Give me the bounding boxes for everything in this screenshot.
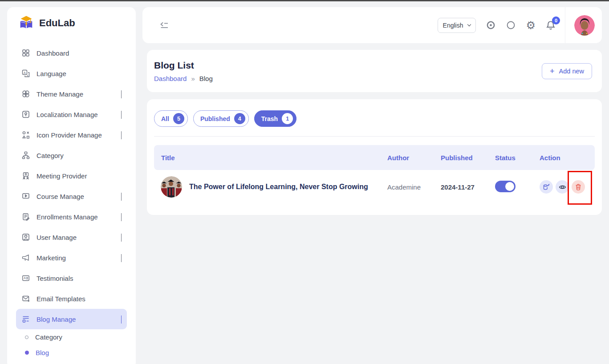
app-logo[interactable]: EduLab bbox=[16, 14, 127, 32]
notifications-bell-icon[interactable]: 0 bbox=[545, 20, 556, 31]
sidebar-item-label: Course Manage bbox=[37, 193, 84, 200]
visibility-icon[interactable] bbox=[486, 20, 496, 30]
row-actions bbox=[537, 180, 595, 194]
topbar-divider bbox=[565, 7, 565, 43]
language-select[interactable]: English bbox=[438, 18, 476, 33]
sidebar-item-enrollments-manage[interactable]: Enrollments Manage bbox=[16, 206, 127, 227]
column-header-action: Action bbox=[537, 154, 595, 162]
sidebar-item-user-manage[interactable]: User Manage bbox=[16, 227, 127, 247]
blog-title: The Power of Lifelong Learning, Never St… bbox=[189, 183, 368, 191]
sidebar-item-label: Category bbox=[37, 152, 64, 159]
sidebar-item-label: Testimonials bbox=[37, 275, 73, 282]
page-header: Blog List Dashboard » Blog + Add new bbox=[147, 50, 602, 92]
sidebar-item-meeting-provider[interactable]: Meeting Provider bbox=[16, 166, 127, 186]
enrollments-icon bbox=[21, 212, 30, 221]
sidebar-item-label: User Manage bbox=[37, 234, 77, 241]
sidebar-item-theme-manage[interactable]: Theme Manage bbox=[16, 84, 127, 104]
user-avatar[interactable] bbox=[574, 15, 595, 36]
window-top-strip bbox=[0, 0, 609, 1]
user-icon bbox=[21, 233, 30, 242]
sidebar: EduLab Dashboard Ax Language Theme Manag… bbox=[7, 7, 136, 364]
sidebar-item-label: Dashboard bbox=[37, 49, 69, 57]
filter-tab-all[interactable]: All 5 bbox=[154, 110, 188, 127]
filter-count-badge: 5 bbox=[173, 113, 184, 124]
sidebar-item-label: Icon Provider Manage bbox=[37, 131, 102, 139]
filter-tab-trash[interactable]: Trash 1 bbox=[254, 110, 296, 127]
marketing-icon bbox=[21, 253, 30, 262]
category-icon bbox=[21, 151, 30, 160]
add-new-button[interactable]: + Add new bbox=[542, 63, 592, 79]
sidebar-subitem-label: Category bbox=[35, 333, 62, 341]
blog-author: Academine bbox=[385, 183, 438, 191]
sidebar-item-localization-manage[interactable]: Localization Manage bbox=[16, 104, 127, 125]
restore-button[interactable] bbox=[540, 180, 553, 194]
sidebar-subitem-blog[interactable]: Blog bbox=[16, 345, 127, 360]
email-templates-icon bbox=[21, 294, 30, 303]
breadcrumb-dashboard-link[interactable]: Dashboard bbox=[154, 75, 187, 82]
sidebar-item-marketing[interactable]: Marketing bbox=[16, 247, 127, 268]
breadcrumb-separator: » bbox=[191, 75, 195, 82]
sidebar-item-icon-provider-manage[interactable]: Icon Provider Manage bbox=[16, 125, 127, 145]
language-icon: Ax bbox=[21, 69, 30, 78]
chevron-right-icon bbox=[121, 111, 122, 118]
chevron-right-icon bbox=[121, 234, 122, 241]
chevron-right-icon bbox=[121, 193, 122, 200]
course-icon bbox=[21, 192, 30, 201]
page-title: Blog List bbox=[154, 60, 213, 71]
testimonials-icon: A bbox=[21, 274, 30, 283]
sidebar-item-label: Marketing bbox=[37, 254, 66, 262]
sidebar-menu: Dashboard Ax Language Theme Manage Local… bbox=[16, 43, 127, 360]
sidebar-subitem-label: Blog bbox=[36, 349, 49, 356]
notification-count-badge: 0 bbox=[552, 16, 560, 24]
add-new-label: Add new bbox=[559, 68, 584, 75]
blog-list-card: All 5 Published 4 Trash 1 Title Author P… bbox=[147, 99, 602, 215]
sidebar-collapse-button[interactable] bbox=[159, 21, 169, 29]
status-toggle[interactable] bbox=[495, 181, 516, 192]
page-header-left: Blog List Dashboard » Blog bbox=[154, 60, 213, 82]
chevron-down-icon bbox=[121, 315, 122, 323]
filter-label: Published bbox=[200, 115, 230, 122]
delete-button-wrapper bbox=[572, 180, 585, 194]
breadcrumb: Dashboard » Blog bbox=[154, 75, 213, 82]
delete-button[interactable] bbox=[572, 180, 585, 194]
sidebar-item-email-templates[interactable]: Email Templates bbox=[16, 288, 127, 309]
view-button[interactable] bbox=[556, 180, 569, 194]
sidebar-item-label: Theme Manage bbox=[37, 90, 83, 98]
dashboard-icon bbox=[21, 49, 30, 57]
chevron-right-icon bbox=[121, 213, 122, 221]
bullet-icon bbox=[25, 351, 29, 355]
sidebar-item-label: Email Templates bbox=[37, 295, 85, 303]
sidebar-item-label: Meeting Provider bbox=[37, 172, 87, 180]
svg-text:A: A bbox=[24, 71, 26, 74]
blog-published-date: 2024-11-27 bbox=[438, 183, 492, 191]
column-header-title: Title bbox=[154, 154, 385, 162]
dark-mode-icon[interactable] bbox=[506, 20, 516, 30]
breadcrumb-current: Blog bbox=[199, 75, 213, 82]
filter-tab-published[interactable]: Published 4 bbox=[193, 110, 249, 127]
sidebar-item-testimonials[interactable]: A Testimonials bbox=[16, 268, 127, 288]
blog-thumbnail bbox=[161, 176, 182, 198]
sidebar-item-label: Enrollments Manage bbox=[37, 213, 98, 221]
table-row: The Power of Lifelong Learning, Never St… bbox=[154, 170, 595, 204]
sidebar-item-language[interactable]: Ax Language bbox=[16, 63, 127, 84]
row-title-cell: The Power of Lifelong Learning, Never St… bbox=[154, 176, 385, 198]
chevron-right-icon bbox=[121, 254, 122, 262]
sidebar-subitem-category[interactable]: Category bbox=[16, 329, 127, 345]
chevron-right-icon bbox=[121, 131, 122, 139]
table-header: Title Author Published Status Action bbox=[154, 145, 595, 170]
plus-icon: + bbox=[550, 67, 555, 75]
sidebar-item-dashboard[interactable]: Dashboard bbox=[16, 43, 127, 63]
settings-gear-icon[interactable]: ⚙ bbox=[526, 20, 536, 31]
language-selected-label: English bbox=[443, 22, 463, 29]
theme-icon bbox=[21, 89, 30, 98]
sidebar-item-category[interactable]: Category bbox=[16, 145, 127, 166]
app-name: EduLab bbox=[39, 17, 75, 29]
divider bbox=[154, 136, 595, 137]
filter-tabs: All 5 Published 4 Trash 1 bbox=[154, 110, 595, 127]
chevron-down-icon bbox=[467, 23, 471, 26]
filter-label: All bbox=[161, 115, 169, 122]
sidebar-item-course-manage[interactable]: Course Manage bbox=[16, 186, 127, 206]
chevron-right-icon bbox=[121, 90, 122, 98]
sidebar-item-blog-manage[interactable]: Blog Manage bbox=[16, 309, 127, 329]
column-header-status: Status bbox=[492, 154, 537, 162]
